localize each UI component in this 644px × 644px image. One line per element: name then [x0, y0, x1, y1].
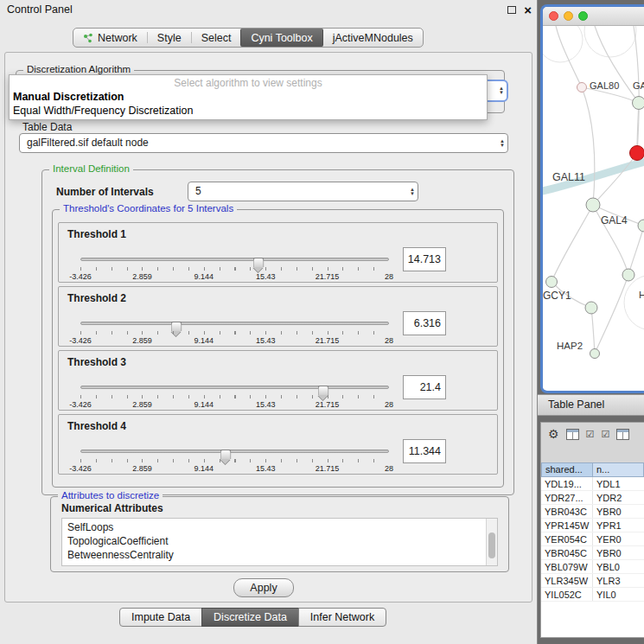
- scrollbar-thumb[interactable]: [488, 532, 495, 558]
- control-panel-window: Control Panel × Network Style Select: [0, 0, 538, 644]
- threshold-list: Threshold 1 -3.426 2.859 9: [53, 210, 503, 487]
- window-close-button[interactable]: [549, 11, 558, 21]
- columns-icon[interactable]: [566, 429, 579, 440]
- threshold-label: Threshold 3: [67, 356, 126, 368]
- network-canvas[interactable]: GAL80 GA GAL11 GAL4 GCY1 HAP2 H: [543, 26, 644, 390]
- slider-scale: -3.426 2.859 9.144 15.43 21.715 28: [80, 464, 389, 473]
- network-node[interactable]: [545, 276, 558, 288]
- threshold-value-input[interactable]: 11.344: [403, 439, 446, 463]
- table-row[interactable]: YIL052C YIL0: [541, 588, 644, 602]
- screen: Control Panel × Network Style Select: [0, 0, 644, 644]
- scale-label: 15.43: [256, 400, 276, 409]
- table-row[interactable]: YDL19... YDL1: [541, 477, 644, 491]
- algorithm-option[interactable]: Manual Discretization: [10, 90, 487, 104]
- cell-shared-name: YDR27...: [541, 491, 593, 504]
- slider-handle[interactable]: [171, 322, 182, 331]
- window-minimize-button[interactable]: [564, 11, 573, 21]
- table-row[interactable]: YLR345W YLR3: [541, 574, 644, 588]
- window-title: Control Panel: [7, 3, 73, 16]
- attribute-item[interactable]: SelfLoops: [67, 520, 497, 534]
- scale-label: 21.715: [316, 400, 340, 409]
- threshold-value-input[interactable]: 6.316: [403, 311, 446, 335]
- tab-style-label: Style: [157, 32, 182, 44]
- table-row[interactable]: YDR27... YDR2: [541, 491, 644, 505]
- thresholds-group: Threshold's Coordinates for 5 Intervals …: [52, 209, 504, 488]
- network-node[interactable]: [632, 96, 644, 110]
- threshold-label: Threshold 4: [67, 420, 126, 432]
- scale-label: 21.715: [316, 272, 340, 281]
- table-row[interactable]: YER054C YER0: [541, 532, 644, 546]
- tab-impute-data[interactable]: Impute Data: [119, 608, 202, 627]
- network-node[interactable]: [586, 198, 601, 213]
- tab-discretize-data[interactable]: Discretize Data: [201, 608, 299, 627]
- table-panel-window: ⚙ ☑ ☑ shared... n... YDL19... YDL1: [540, 422, 644, 638]
- threshold-value-input[interactable]: 21.4: [403, 375, 446, 399]
- slider-ticks: [80, 267, 389, 271]
- close-icon[interactable]: ×: [524, 3, 532, 16]
- scale-label: 15.43: [256, 464, 276, 473]
- slider-track[interactable]: [80, 322, 389, 325]
- algorithm-option[interactable]: Equal Width/Frequency Discretization: [10, 104, 487, 118]
- slider-track[interactable]: [80, 258, 389, 261]
- float-window-icon[interactable]: [507, 6, 516, 14]
- cell-name: YLR3: [593, 574, 644, 587]
- table-row[interactable]: YBR043C YBR0: [541, 505, 644, 519]
- scale-label: 9.144: [194, 400, 214, 409]
- scale-label: -3.426: [69, 400, 92, 409]
- spinner-icon: ▲ ▼: [499, 86, 504, 95]
- scale-label: -3.426: [69, 272, 92, 281]
- threshold-panel: Threshold 4 -3.426 2.859 9: [58, 414, 498, 475]
- attribute-item[interactable]: BetweennessCentrality: [67, 548, 497, 562]
- tab-network[interactable]: Network: [73, 29, 147, 47]
- table-row[interactable]: YBR045C YBR0: [541, 546, 644, 560]
- threshold-value-input[interactable]: 14.713: [403, 247, 446, 271]
- window-zoom-button[interactable]: [578, 11, 588, 21]
- attribute-item[interactable]: TopologicalCoefficient: [67, 534, 497, 548]
- cell-shared-name: YBR043C: [541, 505, 593, 518]
- network-node-label: GA: [633, 80, 644, 91]
- tab-jactivemnodules[interactable]: jActiveMNodules: [323, 29, 423, 47]
- scale-label: 2.859: [132, 336, 152, 345]
- number-of-intervals-select[interactable]: 5 ▲ ▼: [188, 182, 418, 201]
- network-node[interactable]: [585, 302, 598, 315]
- cell-name: YBR0: [593, 546, 644, 559]
- slider-track[interactable]: [80, 386, 389, 389]
- select-all-icon[interactable]: ☑: [586, 430, 595, 439]
- slider-handle[interactable]: [220, 450, 231, 459]
- network-node[interactable]: [629, 145, 644, 161]
- scale-label: 28: [385, 400, 393, 409]
- table-data-label: Table Data: [22, 121, 72, 133]
- tab-style[interactable]: Style: [148, 29, 191, 47]
- slider-track[interactable]: [80, 450, 389, 453]
- number-of-intervals-label: Number of Intervals: [56, 186, 154, 198]
- scale-label: 9.144: [194, 464, 214, 473]
- table-row[interactable]: YPR145W YPR1: [541, 519, 644, 532]
- network-node[interactable]: [622, 269, 635, 282]
- slider-handle[interactable]: [318, 386, 329, 395]
- table-row[interactable]: YBL079W YBL0: [541, 560, 644, 574]
- cell-name: YIL0: [593, 588, 644, 601]
- tab-jactive-label: jActiveMNodules: [333, 32, 413, 44]
- apply-button[interactable]: Apply: [233, 578, 294, 597]
- slider-handle[interactable]: [252, 258, 264, 267]
- tab-select[interactable]: Select: [192, 29, 241, 47]
- scale-label: 28: [385, 272, 393, 281]
- column-header-name[interactable]: n...: [593, 462, 644, 477]
- cyni-toolbox-panel: Discretization Algorithm ▲ ▼ Select algo…: [4, 52, 532, 603]
- interval-definition-title: Interval Definition: [49, 163, 133, 174]
- tab-cyni-toolbox[interactable]: Cyni Toolbox: [240, 29, 322, 47]
- spinner-icon: ▲ ▼: [410, 188, 415, 196]
- add-table-icon[interactable]: [616, 429, 629, 440]
- network-tab-icon: [83, 33, 93, 43]
- tab-infer-network[interactable]: Infer Network: [298, 608, 386, 627]
- column-header-shared-name[interactable]: shared...: [541, 462, 593, 477]
- scale-label: -3.426: [69, 464, 92, 473]
- select-column-icon[interactable]: ☑: [601, 430, 609, 439]
- network-node[interactable]: [590, 348, 600, 359]
- cell-name: YDR2: [593, 491, 644, 504]
- list-scrollbar[interactable]: [486, 519, 497, 565]
- gear-icon[interactable]: ⚙: [548, 428, 559, 440]
- table-data-select[interactable]: galFiltered.sif default node ▲ ▼: [19, 133, 508, 153]
- cell-name: YPR1: [593, 519, 644, 532]
- network-node[interactable]: [577, 82, 587, 92]
